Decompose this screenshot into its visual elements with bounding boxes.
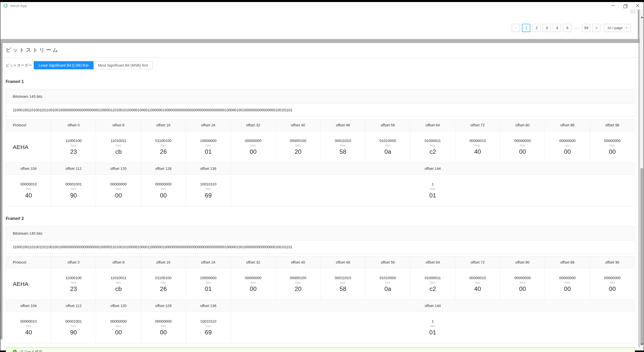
pagination-page-3[interactable]: 3	[543, 24, 551, 32]
col-header-offset-96: offset 96	[590, 119, 635, 131]
hex-label: hex	[206, 324, 211, 328]
byte-hex-value: 00	[115, 329, 122, 336]
hex-label: hex	[610, 144, 615, 147]
pagination-page-5[interactable]: 5	[563, 24, 572, 32]
byte-cell-offset-56: 01010000hex0a	[366, 268, 411, 300]
byte-hex-value: 69	[205, 329, 212, 336]
byte-cell-offset-80: 00000000hex00	[500, 131, 545, 163]
byte-cell-offset-64: 01000011hexc2	[410, 268, 455, 300]
pagination-page-4[interactable]: 4	[553, 24, 561, 32]
byte-binary: 11010011	[111, 276, 126, 280]
byte-binary: 00000000	[559, 276, 576, 280]
col-header-offset-72: offset 72	[455, 257, 500, 268]
hex-label: hex	[206, 187, 211, 191]
hex-label: hex	[26, 187, 31, 191]
scroll-up-button[interactable]	[640, 10, 644, 15]
byte-cell-offset-64: 01000011hexc2	[410, 131, 455, 163]
hex-label: hex	[250, 144, 256, 147]
col-header-offset-128: offset 128	[141, 300, 186, 312]
byte-cell-offset-80: 00000000hex00	[500, 268, 545, 300]
byte-hex-value: 0a	[384, 285, 391, 292]
byte-cell-offset-32: 00000000hex00	[231, 131, 276, 163]
byte-binary: 00000000	[110, 182, 126, 186]
hex-label: hex	[295, 144, 301, 147]
byte-binary: 00001001	[65, 319, 82, 323]
byte-binary: 00011010	[335, 139, 351, 143]
hex-label: hex	[116, 187, 121, 191]
byte-cell-offset-96: 00000000hex00	[590, 268, 635, 300]
byte-cell-offset-56: 01010000hex0a	[366, 131, 411, 163]
byte-hex-value: 00	[160, 329, 167, 336]
bitstream-card: Bitstream 145 bits 110001001101001101100…	[6, 89, 635, 116]
hex-label: hex	[161, 144, 166, 147]
byte-cell-offset-24: 10000000hex01	[186, 131, 231, 163]
byte-cell-offset-8: 11010011hexcb	[96, 131, 141, 163]
byte-binary: 00000010	[20, 182, 37, 186]
bit-order-label: ビットオーダー	[6, 63, 32, 68]
byte-binary: 10000000	[200, 276, 216, 280]
byte-hex-value: 00	[609, 285, 616, 292]
hex-label: hex	[71, 144, 76, 147]
byte-hex-value: 00	[519, 285, 526, 292]
col-header-offset-80: offset 80	[500, 119, 545, 131]
col-header-offset-144: offset 144	[231, 300, 635, 312]
pagination-page-1[interactable]: 1	[522, 24, 531, 32]
horizontal-scrollbar[interactable]	[1, 39, 640, 43]
byte-hex-value: 69	[205, 192, 212, 199]
hex-label: hex	[116, 324, 121, 328]
page-size-select[interactable]: 10 / page	[604, 24, 631, 32]
msb-first-toggle[interactable]: Most Significant Bit (MSB) first	[94, 61, 153, 69]
byte-cell-offset-88: 00000000hex00	[545, 131, 590, 163]
col-header-offset-24: offset 24	[186, 257, 231, 268]
hex-label: hex	[116, 281, 121, 284]
scroll-down-button[interactable]	[640, 345, 644, 350]
col-header-offset-72: offset 72	[455, 119, 500, 131]
hex-label: hex	[565, 281, 570, 284]
byte-cell-offset-104: 00000010hex40	[6, 175, 51, 207]
byte-binary: 00000010	[469, 276, 486, 280]
chevron-down-icon	[625, 27, 628, 29]
pagination-page-2[interactable]: 2	[532, 24, 541, 32]
byte-cell-offset-72: 00000010hex40	[455, 268, 500, 300]
byte-binary: 00000000	[110, 319, 126, 323]
close-icon	[636, 4, 639, 8]
hex-label: hex	[26, 324, 31, 328]
byte-cell-offset-144: 1hex01	[231, 312, 635, 343]
col-header-offset-112: offset 112	[51, 300, 96, 312]
byte-binary: 10010110	[200, 319, 216, 323]
app-window: miruir App <12345•••59>10 / page ビ	[0, 0, 644, 352]
hex-label: hex	[161, 324, 166, 328]
decode-status-text: デコード成功	[20, 349, 42, 352]
byte-binary: 01100100	[155, 139, 171, 143]
col-header-offset-32: offset 32	[231, 119, 276, 131]
byte-hex-value: 58	[339, 148, 346, 155]
hex-label: hex	[340, 144, 346, 147]
protocol-value: AEHA	[6, 268, 51, 300]
byte-hex-value: 20	[295, 285, 302, 292]
maximize-button[interactable]	[623, 3, 628, 8]
byte-cell-offset-120: 00000000hex00	[96, 175, 141, 207]
close-button[interactable]	[635, 3, 640, 8]
byte-binary: 1	[432, 182, 434, 186]
col-header-offset-16: offset 16	[141, 257, 186, 268]
byte-hex-value: c2	[430, 285, 436, 292]
bitstream-bits: 1100010011010011011001001000000000000000…	[13, 245, 292, 249]
hex-label: hex	[340, 281, 346, 284]
scrollbar-thumb[interactable]	[640, 168, 643, 347]
byte-hex-value: 00	[564, 148, 571, 155]
lsb-first-toggle[interactable]: Least Significant Bit (LSB) first	[34, 61, 94, 69]
byte-binary: 00000100	[290, 139, 306, 143]
col-header-offset-24: offset 24	[186, 119, 231, 131]
pagination-prev-button[interactable]: <	[512, 24, 520, 32]
pagination-page-59[interactable]: 59	[582, 24, 590, 32]
col-header-offset-48: offset 48	[321, 119, 366, 131]
bitstream-length-label: Bitstream 145 bits	[13, 94, 42, 98]
byte-cell-offset-48: 00011010hex58	[321, 268, 366, 300]
minimize-button[interactable]	[610, 3, 615, 8]
decode-status-alert: ✓ デコード成功	[6, 347, 635, 352]
pagination-next-button[interactable]: >	[592, 24, 601, 32]
hex-label: hex	[206, 281, 211, 284]
col-header-offset-64: offset 64	[410, 257, 455, 268]
vertical-scrollbar[interactable]	[640, 10, 644, 350]
hex-label: hex	[161, 281, 166, 284]
